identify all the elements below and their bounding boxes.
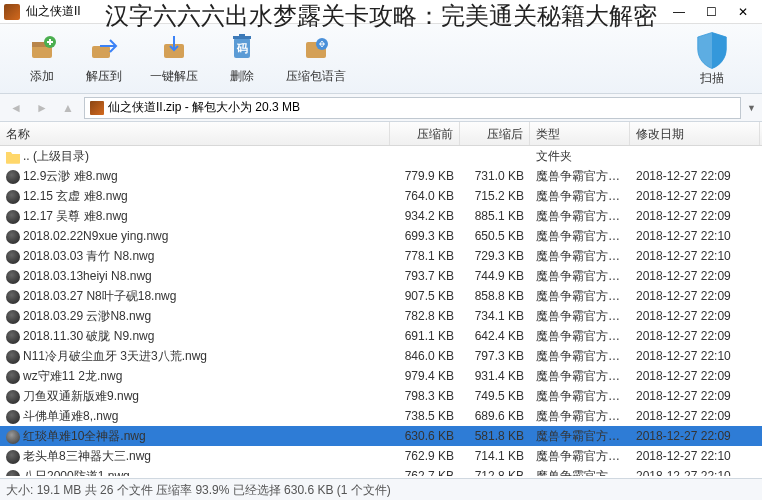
table-row[interactable]: 老头单8三神器大三.nwg762.9 KB714.1 KB魔兽争霸官方对战...… xyxy=(0,446,762,466)
address-dropdown-button[interactable]: ▼ xyxy=(747,103,756,113)
language-button[interactable]: 压缩包语言 xyxy=(272,28,360,89)
file-name: 12.9云渺 难8.nwg xyxy=(23,169,118,183)
file-date: 2018-12-27 22:09 xyxy=(630,366,760,386)
file-icon xyxy=(6,170,20,184)
table-row[interactable]: 12.15 玄虚 难8.nwg764.0 KB715.2 KB魔兽争霸官方对战.… xyxy=(0,186,762,206)
file-name: wz守难11 2龙.nwg xyxy=(23,369,122,383)
minimize-button[interactable]: — xyxy=(664,2,694,22)
file-date: 2018-12-27 22:09 xyxy=(630,386,760,406)
size-after: 931.4 KB xyxy=(460,366,530,386)
shield-icon xyxy=(689,31,735,70)
file-date: 2018-12-27 22:09 xyxy=(630,206,760,226)
table-row[interactable]: 12.9云渺 难8.nwg779.9 KB731.0 KB魔兽争霸官方对战...… xyxy=(0,166,762,186)
extract-to-button[interactable]: 解压到 xyxy=(72,28,136,89)
file-type: 魔兽争霸官方对战... xyxy=(530,226,630,246)
file-name: .. (上级目录) xyxy=(23,149,89,163)
file-name: 12.15 玄虚 难8.nwg xyxy=(23,189,128,203)
nav-forward-button[interactable]: ► xyxy=(32,98,52,118)
table-row[interactable]: 红琰单难10全神器.nwg630.6 KB581.8 KB魔兽争霸官方对战...… xyxy=(0,426,762,446)
size-after: 729.3 KB xyxy=(460,246,530,266)
language-icon xyxy=(300,32,332,64)
table-row[interactable]: 2018.03.29 云渺N8.nwg782.8 KB734.1 KB魔兽争霸官… xyxy=(0,306,762,326)
file-icon xyxy=(6,350,20,364)
file-icon xyxy=(6,370,20,384)
table-row[interactable]: wz守难11 2龙.nwg979.4 KB931.4 KB魔兽争霸官方对战...… xyxy=(0,366,762,386)
close-button[interactable]: ✕ xyxy=(728,2,758,22)
file-type: 文件夹 xyxy=(530,146,630,166)
maximize-button[interactable]: ☐ xyxy=(696,2,726,22)
file-type: 魔兽争霸官方对战... xyxy=(530,386,630,406)
delete-button[interactable]: 码 删除 xyxy=(212,28,272,89)
header-before[interactable]: 压缩前 xyxy=(390,122,460,145)
size-before: 846.0 KB xyxy=(390,346,460,366)
file-type: 魔兽争霸官方对战... xyxy=(530,186,630,206)
size-before: 979.4 KB xyxy=(390,366,460,386)
table-row[interactable]: 12.17 吴尊 难8.nwg934.2 KB885.1 KB魔兽争霸官方对战.… xyxy=(0,206,762,226)
table-row[interactable]: .. (上级目录)文件夹 xyxy=(0,146,762,166)
table-row[interactable]: 2018.03.27 N8叶子砚18.nwg907.5 KB858.8 KB魔兽… xyxy=(0,286,762,306)
file-type: 魔兽争霸官方对战... xyxy=(530,366,630,386)
file-date: 2018-12-27 22:10 xyxy=(630,346,760,366)
file-icon xyxy=(6,410,20,424)
app-icon xyxy=(4,4,20,20)
table-row[interactable]: 八日2000防道1.nwg762.7 KB712.8 KB魔兽争霸官方对战...… xyxy=(0,466,762,476)
file-icon xyxy=(6,230,20,244)
size-before: 691.1 KB xyxy=(390,326,460,346)
column-headers: 名称 压缩前 压缩后 类型 修改日期 xyxy=(0,122,762,146)
size-after: 650.5 KB xyxy=(460,226,530,246)
file-type: 魔兽争霸官方对战... xyxy=(530,306,630,326)
file-type: 魔兽争霸官方对战... xyxy=(530,406,630,426)
header-date[interactable]: 修改日期 xyxy=(630,122,760,145)
table-row[interactable]: 斗佛单通难8,.nwg738.5 KB689.6 KB魔兽争霸官方对战...20… xyxy=(0,406,762,426)
file-type: 魔兽争霸官方对战... xyxy=(530,466,630,476)
file-date: 2018-12-27 22:10 xyxy=(630,246,760,266)
table-row[interactable]: 2018.03.13heiyi N8.nwg793.7 KB744.9 KB魔兽… xyxy=(0,266,762,286)
file-date: 2018-12-27 22:09 xyxy=(630,266,760,286)
file-name: 红琰单难10全神器.nwg xyxy=(23,429,146,443)
size-before: 762.9 KB xyxy=(390,446,460,466)
table-row[interactable]: 2018.02.22N9xue ying.nwg699.3 KB650.5 KB… xyxy=(0,226,762,246)
size-after: 858.8 KB xyxy=(460,286,530,306)
file-name: N11冷月破尘血牙 3天进3八荒.nwg xyxy=(23,349,207,363)
file-type: 魔兽争霸官方对战... xyxy=(530,246,630,266)
file-date: 2018-12-27 22:09 xyxy=(630,426,760,446)
file-name: 2018.03.13heiyi N8.nwg xyxy=(23,269,152,283)
file-icon xyxy=(6,450,20,464)
file-icon xyxy=(6,210,20,224)
one-click-extract-button[interactable]: 一键解压 xyxy=(136,28,212,89)
nav-up-button[interactable]: ▲ xyxy=(58,98,78,118)
add-button[interactable]: 添加 xyxy=(12,28,72,89)
file-type: 魔兽争霸官方对战... xyxy=(530,266,630,286)
svg-text:码: 码 xyxy=(236,42,248,54)
table-row[interactable]: 2018.03.03 青竹 N8.nwg778.1 KB729.3 KB魔兽争霸… xyxy=(0,246,762,266)
one-click-icon xyxy=(158,32,190,64)
file-name: 2018.11.30 破胧 N9.nwg xyxy=(23,329,154,343)
file-icon xyxy=(6,310,20,324)
file-icon xyxy=(6,190,20,204)
extract-to-icon xyxy=(88,32,120,64)
file-icon xyxy=(6,250,20,264)
scan-button[interactable]: 扫描 xyxy=(674,31,750,87)
toolbar: 添加 解压到 一键解压 码 删除 压缩包语言 扫描 xyxy=(0,24,762,94)
address-text: 仙之侠道II.zip - 解包大小为 20.3 MB xyxy=(108,99,300,116)
header-name[interactable]: 名称 xyxy=(0,122,390,145)
table-row[interactable]: N11冷月破尘血牙 3天进3八荒.nwg846.0 KB797.3 KB魔兽争霸… xyxy=(0,346,762,366)
size-after: 581.8 KB xyxy=(460,426,530,446)
file-icon xyxy=(6,270,20,284)
table-row[interactable]: 刀鱼双通新版难9.nwg798.3 KB749.5 KB魔兽争霸官方对战...2… xyxy=(0,386,762,406)
file-type: 魔兽争霸官方对战... xyxy=(530,326,630,346)
file-type: 魔兽争霸官方对战... xyxy=(530,346,630,366)
address-input[interactable]: 仙之侠道II.zip - 解包大小为 20.3 MB xyxy=(84,97,741,119)
add-label: 添加 xyxy=(30,68,54,85)
header-type[interactable]: 类型 xyxy=(530,122,630,145)
file-date: 2018-12-27 22:10 xyxy=(630,446,760,466)
size-after: 734.1 KB xyxy=(460,306,530,326)
size-after: 885.1 KB xyxy=(460,206,530,226)
file-icon xyxy=(6,330,20,344)
file-list[interactable]: .. (上级目录)文件夹12.9云渺 难8.nwg779.9 KB731.0 K… xyxy=(0,146,762,476)
header-after[interactable]: 压缩后 xyxy=(460,122,530,145)
table-row[interactable]: 2018.11.30 破胧 N9.nwg691.1 KB642.4 KB魔兽争霸… xyxy=(0,326,762,346)
file-date: 2018-12-27 22:09 xyxy=(630,406,760,426)
file-icon xyxy=(6,150,20,164)
nav-back-button[interactable]: ◄ xyxy=(6,98,26,118)
